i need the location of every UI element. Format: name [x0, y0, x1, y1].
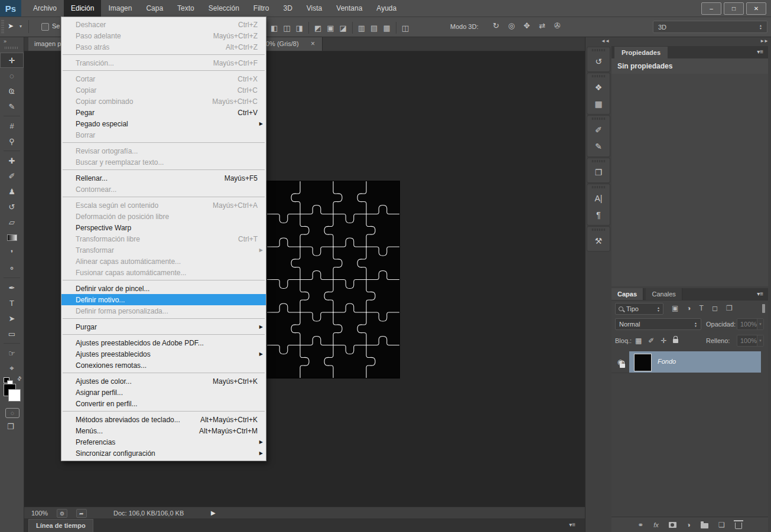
menubar-item-ventana[interactable]: Ventana — [329, 0, 369, 17]
menu-item-preferencias[interactable]: Preferencias▶ — [61, 436, 266, 448]
status-popup-arrow-icon[interactable]: ▶ — [211, 510, 216, 516]
panel-group-grip[interactable] — [592, 75, 605, 77]
panel-group-grip[interactable] — [592, 49, 605, 51]
menu-item-paso-atras[interactable]: Paso atrásAlt+Ctrl+Z — [61, 41, 266, 53]
menubar-item-ayuda[interactable]: Ayuda — [369, 0, 404, 17]
menu-item-sincronizar-configuracion[interactable]: Sincronizar configuración▶ — [61, 448, 266, 459]
3d-rotate-icon[interactable]: ↻ — [493, 21, 499, 30]
tab-capas[interactable]: Capas — [611, 288, 643, 300]
menu-item-ajustes-preestablecidos-de-adobe-pdf[interactable]: Ajustes preestablecidos de Adobe PDF... — [61, 337, 266, 348]
menu-item-asignar-perfil[interactable]: Asignar perfil... — [61, 387, 266, 398]
3d-slide-icon[interactable]: ⇄ — [539, 21, 545, 30]
menu-item-convertir-en-perfil[interactable]: Convertir en perfil... — [61, 398, 266, 409]
layer-filter-type-dropdown[interactable]: Tipo — [615, 303, 663, 315]
align-left-edges-icon[interactable]: ◧ — [271, 24, 278, 32]
fill-field[interactable]: 100% ▾ — [737, 335, 764, 347]
collapse-toolbar-icon[interactable]: » — [4, 38, 6, 44]
add-layer-mask-icon[interactable] — [669, 522, 676, 528]
menu-item-fusionar-capas-automaticamente[interactable]: Fusionar capas automáticamente... — [61, 267, 266, 278]
new-layer-icon[interactable]: ❏ — [718, 521, 725, 529]
3d-camera-icon[interactable]: ✇ — [554, 21, 561, 30]
clone-source-panel-icon[interactable]: ❐ — [587, 164, 610, 181]
layer-row-fondo[interactable]: Fondo — [629, 351, 761, 373]
brush-presets-panel-icon[interactable]: ✎ — [587, 138, 610, 155]
link-layers-icon[interactable]: ⚭ — [637, 521, 643, 529]
3d-roll-icon[interactable]: ◎ — [508, 21, 515, 30]
lock-position-icon[interactable]: ✛ — [661, 337, 666, 345]
menubar-item-filtro[interactable]: Filtro — [246, 0, 276, 17]
layer-effects-icon[interactable]: fx — [653, 521, 659, 528]
tab-propiedades[interactable]: Propiedades — [614, 47, 668, 58]
menubar-item-archivo[interactable]: Archivo — [26, 0, 64, 17]
3d-drag-icon[interactable]: ✥ — [523, 21, 530, 30]
menubar-item-3d[interactable]: 3D — [276, 0, 299, 17]
align-vertical-centers-icon[interactable]: ▣ — [327, 24, 334, 32]
menubar-item-seleccion[interactable]: Selección — [201, 0, 246, 17]
menu-item-transformacion-libre[interactable]: Transformación libreCtrl+T — [61, 233, 266, 244]
timeline-tab[interactable]: Línea de tiempo — [28, 519, 93, 532]
paragraph-panel-icon[interactable]: ¶ — [587, 207, 610, 223]
brush-tool[interactable]: ✐ — [0, 168, 24, 184]
menubar-item-capa[interactable]: Capa — [139, 0, 170, 17]
zoom-level-field[interactable]: 100% — [31, 510, 48, 517]
eyedropper-tool[interactable]: ⚲ — [0, 133, 24, 149]
maximize-button[interactable]: □ — [724, 2, 744, 15]
dodge-tool[interactable]: ⚬ — [0, 260, 24, 276]
filter-smart-objects-icon[interactable]: ❐ — [726, 304, 733, 312]
menu-item-menus[interactable]: Menús...Alt+Mayús+Ctrl+M — [61, 425, 266, 436]
timeline-panel-menu-icon[interactable]: ▾≡ — [569, 521, 575, 528]
hand-tool[interactable]: ☞ — [0, 345, 24, 361]
healing-brush-tool[interactable]: ✚ — [0, 153, 24, 168]
menu-item-transformar[interactable]: Transformar▶ — [61, 244, 266, 256]
panel-group-grip[interactable] — [592, 160, 605, 162]
lasso-tool[interactable]: Ҩ — [0, 83, 24, 99]
menu-item-alinear-capas-automaticamente[interactable]: Alinear capas automáticamente... — [61, 256, 266, 267]
brush-panel-icon[interactable]: ✐ — [587, 122, 610, 138]
menu-item-deshacer[interactable]: DeshacerCtrl+Z — [61, 19, 266, 30]
new-group-icon[interactable] — [701, 523, 708, 528]
close-button[interactable]: ✕ — [746, 2, 766, 15]
type-tool[interactable]: T — [0, 295, 24, 311]
document-image[interactable] — [267, 181, 399, 378]
tool-presets-panel-icon[interactable]: ⚒ — [587, 233, 610, 249]
menu-item-cortar[interactable]: CortarCtrl+X — [61, 73, 266, 84]
panel-group-grip[interactable] — [592, 186, 605, 188]
tool-preset-dropdown-icon[interactable]: ▾ — [19, 24, 22, 29]
zoom-scrub-controls-icon[interactable]: ⚙ — [57, 509, 67, 518]
swatches-panel-icon[interactable]: ❖ — [587, 79, 610, 96]
menu-item-perspective-warp[interactable]: Perspective Warp — [61, 222, 266, 233]
auto-select-checkbox[interactable] — [41, 23, 49, 31]
properties-panel-menu-icon[interactable]: ▾≡ — [757, 48, 763, 55]
align-right-edges-icon[interactable]: ◨ — [296, 24, 303, 32]
menu-item-definir-motivo[interactable]: Definir motivo... — [61, 294, 266, 305]
options-bar-grip[interactable] — [1, 20, 4, 34]
menu-item-copiar[interactable]: CopiarCtrl+C — [61, 84, 266, 96]
grid-panel-icon[interactable]: ▦ — [587, 96, 610, 112]
menu-item-revisar-ortografia[interactable]: Revisar ortografía... — [61, 145, 266, 156]
new-adjustment-layer-icon[interactable]: ◑ — [687, 521, 691, 529]
panel-group-grip[interactable] — [592, 229, 605, 231]
menu-item-paso-adelante[interactable]: Paso adelanteMayús+Ctrl+Z — [61, 30, 266, 41]
layer-filter-toggle[interactable] — [762, 304, 765, 313]
rectangle-tool[interactable]: ▭ — [0, 326, 24, 341]
filter-adjustment-layers-icon[interactable]: ◑ — [687, 304, 691, 312]
quick-selection-tool[interactable]: ✎ — [0, 99, 24, 114]
blur-tool[interactable]: ❜ — [0, 245, 24, 260]
panel-group-grip[interactable] — [592, 118, 605, 120]
menu-item-transicion[interactable]: Transición...Mayús+Ctrl+F — [61, 57, 266, 68]
clone-stamp-tool[interactable]: ♟ — [0, 184, 24, 199]
collapse-panels-right-icon[interactable]: ►► — [760, 38, 768, 44]
menu-item-conexiones-remotas[interactable]: Conexiones remotas... — [61, 360, 266, 371]
menu-item-deformacion-de-posicion-libre[interactable]: Deformación de posición libre — [61, 211, 266, 222]
lock-transparency-icon[interactable]: ▦ — [635, 337, 642, 345]
quick-mask-button[interactable]: ◌ — [5, 408, 19, 418]
screen-mode-button[interactable]: ❐ — [7, 422, 14, 431]
menu-item-copiar-combinado[interactable]: Copiar combinadoMayús+Ctrl+C — [61, 96, 266, 107]
align-top-edges-icon[interactable]: ◩ — [314, 24, 321, 32]
menu-item-buscar-y-reemplazar-texto[interactable]: Buscar y reemplazar texto... — [61, 156, 266, 168]
lock-all-icon[interactable] — [673, 339, 678, 343]
menu-item-borrar[interactable]: Borrar — [61, 129, 266, 141]
background-color-swatch[interactable] — [8, 389, 21, 402]
character-panel-icon[interactable]: A| — [587, 190, 610, 207]
eraser-tool[interactable]: ▱ — [0, 214, 24, 230]
